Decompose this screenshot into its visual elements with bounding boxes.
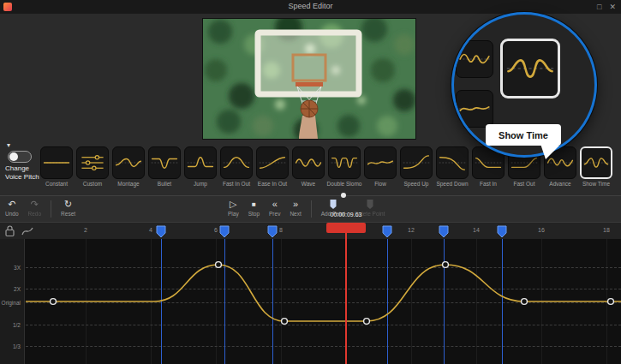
preset-montage[interactable]: Montage (112, 146, 145, 187)
wave-curve-icon (292, 146, 325, 179)
keyframe-marker[interactable] (497, 225, 507, 238)
keyframe-marker[interactable] (382, 225, 392, 238)
maximize-icon[interactable]: □ (597, 1, 601, 13)
reset-icon: ↻ (64, 199, 72, 210)
speed-up-curve-icon (400, 146, 433, 179)
curve-point[interactable] (51, 299, 57, 305)
ruler-tick-8: 8 (279, 227, 283, 233)
curve-plot[interactable] (26, 239, 621, 364)
reset-button[interactable]: ↻ Reset (61, 199, 75, 217)
keyframe-marker[interactable] (219, 225, 230, 238)
delete-point-flag-icon (366, 199, 374, 210)
speed-curve (26, 239, 621, 364)
toolbar: ↶ Undo ↷ Redo ↻ Reset ▷ Play ■ Stop (0, 196, 621, 222)
ball-and-hand (299, 100, 318, 139)
show-time-curve-icon (503, 84, 558, 98)
preset-label: Fast Out (514, 181, 535, 187)
playhead-line[interactable] (345, 233, 347, 364)
speed-editor-window: Speed Editor □ ✕ (0, 0, 621, 364)
undo-icon: ↶ (8, 199, 15, 210)
preset-label: Fast In (480, 181, 497, 187)
preset-label: Jump (194, 181, 207, 187)
stop-icon: ■ (252, 199, 256, 210)
undo-button[interactable]: ↶ Undo (5, 199, 19, 217)
curve-point[interactable] (522, 299, 528, 305)
toggle-knob (9, 152, 18, 161)
zoomed-neighbor-preset (456, 40, 493, 78)
scale-label-original: Original (2, 300, 21, 306)
preset-label: Bullet (158, 181, 171, 187)
preset-double-slomo[interactable]: Double Slomo (328, 146, 361, 187)
preset-jump[interactable]: Jump (184, 146, 217, 187)
ruler-tick-2: 2 (84, 227, 87, 233)
preset-ease-in-out[interactable]: Ease In Out (256, 146, 289, 187)
curve-point[interactable] (216, 262, 222, 268)
ruler-tick-16: 16 (538, 227, 545, 233)
double-slomo-curve-icon (328, 146, 361, 179)
preset-fast-in-out[interactable]: Fast In Out (220, 146, 253, 187)
bullet-curve-icon (148, 146, 181, 179)
show-time-bubble: Show Time (486, 124, 561, 146)
preset-label: Advance (549, 181, 570, 187)
scale-label-1-3: 1/3 (13, 343, 21, 349)
preset-label: Show Time (582, 181, 610, 187)
collapse-arrow-icon[interactable]: ▾ (7, 141, 10, 149)
prev-button[interactable]: « Prev (269, 199, 280, 217)
preset-wave[interactable]: Wave (292, 146, 325, 187)
prev-icon: « (272, 199, 278, 210)
playhead-handle[interactable] (326, 223, 366, 233)
montage-curve-icon (112, 146, 145, 179)
preset-bullet[interactable]: Bullet (148, 146, 181, 187)
timeline-ruler[interactable]: 24681012141618 (0, 222, 621, 239)
divider (311, 200, 312, 218)
constant-curve-icon (40, 146, 73, 179)
preset-label: Speed Up (404, 181, 429, 187)
preset-constant[interactable]: Constant (40, 146, 73, 187)
jump-curve-icon (184, 146, 217, 179)
scale-label-2x: 2X (14, 286, 21, 292)
preset-label: Double Slomo (327, 181, 362, 187)
current-time-label: 00:00:09.63 (320, 212, 372, 218)
redo-button[interactable]: ↷ Redo (28, 199, 42, 217)
speed-scale-column: 3X2XOriginal1/21/3 (0, 239, 25, 364)
curve-point[interactable] (364, 319, 370, 325)
preset-custom[interactable]: Custom (76, 146, 109, 187)
ruler-tick-14: 14 (473, 227, 480, 233)
play-button[interactable]: ▷ Play (228, 199, 239, 217)
add-point-flag-icon (329, 199, 337, 210)
stop-button[interactable]: ■ Stop (248, 199, 260, 217)
strip-scroll-dot[interactable] (341, 193, 346, 198)
custom-curve-icon (76, 146, 109, 179)
window-title: Speed Editor (0, 2, 621, 10)
curve-point[interactable] (608, 299, 614, 305)
video-preview (203, 19, 415, 139)
change-voice-pitch-label: Change Voice Pitch (5, 164, 39, 182)
preset-label: Speed Down (436, 181, 468, 187)
advance-curve-icon (457, 65, 493, 80)
change-voice-pitch-toggle[interactable] (8, 151, 32, 163)
next-button[interactable]: » Next (290, 199, 301, 217)
preset-flow[interactable]: Flow (364, 146, 397, 187)
zoomed-neighbor-preset (456, 90, 493, 128)
show-time-callout: Show Time (451, 12, 597, 158)
next-icon: » (293, 199, 298, 210)
curve-point[interactable] (443, 262, 449, 268)
keyframe-marker[interactable] (156, 225, 166, 238)
keyframe-marker[interactable] (439, 225, 449, 238)
curve-editor: 3X2XOriginal1/21/3 (0, 239, 621, 364)
ruler-tick-6: 6 (214, 227, 218, 233)
keyframe-marker[interactable] (267, 225, 278, 238)
play-icon: ▷ (230, 199, 236, 210)
preset-label: Constant (45, 181, 68, 187)
close-icon[interactable]: ✕ (609, 1, 616, 13)
ease-in-out-curve-icon (256, 146, 289, 179)
preset-label: Ease In Out (258, 181, 287, 187)
scale-label-3x: 3X (14, 265, 21, 271)
preset-speed-up[interactable]: Speed Up (400, 146, 433, 187)
preset-label: Montage (117, 181, 139, 187)
curve-point[interactable] (282, 319, 288, 325)
fast-in-out-curve-icon (220, 146, 253, 179)
scale-label-1-2: 1/2 (13, 322, 21, 328)
ruler-tick-18: 18 (603, 227, 610, 233)
preset-label: Wave (302, 181, 315, 187)
